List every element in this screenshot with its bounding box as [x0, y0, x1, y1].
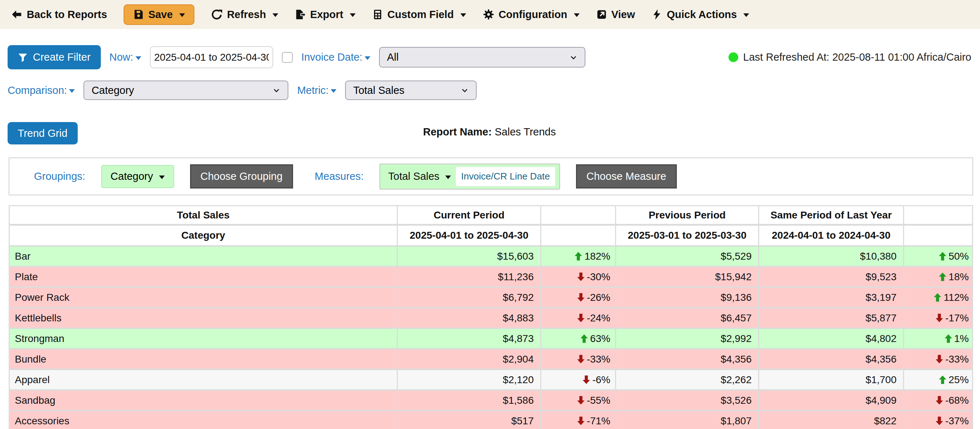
choose-grouping-button[interactable]: Choose Grouping — [190, 164, 293, 189]
comparison-caret-icon — [69, 89, 75, 93]
funnel-icon — [18, 52, 28, 62]
invoice-date-caret-icon — [364, 56, 371, 60]
down-arrow-icon — [576, 272, 586, 282]
invoice-date-select[interactable]: All — [379, 47, 585, 68]
measure-date-field-tag[interactable]: Invoice/CR Line Date — [455, 167, 556, 187]
change-vs-ly-cell: -68% — [904, 391, 973, 411]
choose-measure-button[interactable]: Choose Measure — [576, 164, 677, 189]
previous-value-cell: $1,807 — [616, 411, 759, 429]
custom-field-caret-icon — [460, 13, 466, 17]
current-value-cell: $1,586 — [398, 391, 541, 411]
previous-period-header: Previous Period — [616, 205, 759, 226]
table-row: Bar $15,603 182% $5,529 $10,380 50% — [9, 247, 973, 267]
gear-icon — [483, 9, 494, 20]
previous-value-cell: $15,942 — [616, 267, 759, 288]
change-vs-ly-cell: 112% — [904, 288, 973, 308]
up-arrow-icon — [943, 334, 953, 343]
current-value-cell: $6,792 — [398, 288, 541, 308]
category-cell: Power Rack — [9, 288, 398, 308]
change-vs-ly-cell: 18% — [904, 267, 973, 288]
down-arrow-icon — [576, 396, 586, 405]
last-refreshed-status: Last Refreshed At: 2025-08-11 01:00 Afri… — [729, 51, 971, 63]
same-period-value-cell: $1,700 — [759, 370, 904, 391]
up-arrow-icon — [573, 251, 583, 261]
change-vs-previous-cell: 182% — [541, 247, 616, 267]
refresh-icon — [211, 9, 223, 20]
table-row: Strongman $4,873 63% $2,992 $4,802 1% — [9, 329, 973, 350]
invoice-date-dropdown[interactable]: Invoice Date: — [301, 51, 371, 63]
configuration-caret-icon — [574, 13, 580, 17]
metric-dropdown[interactable]: Metric: — [297, 84, 336, 97]
table-header-row-2: Category 2025-04-01 to 2025-04-30 2025-0… — [9, 226, 973, 247]
current-value-cell: $517 — [398, 411, 541, 429]
same-period-value-cell: $4,356 — [759, 350, 904, 370]
external-link-icon — [596, 9, 607, 20]
table-row: Bundle $2,904 -33% $4,356 $4,356 -33% — [9, 350, 973, 370]
change-vs-previous-cell: -55% — [541, 391, 616, 411]
down-arrow-icon — [934, 416, 944, 426]
configuration-button[interactable]: Configuration — [483, 9, 580, 21]
table-row: Plate $11,236 -30% $15,942 $9,523 18% — [9, 267, 973, 288]
change-vs-ly-cell: -33% — [904, 350, 973, 370]
change-vs-ly-cell: -17% — [904, 308, 973, 329]
custom-field-button[interactable]: Custom Field — [372, 9, 466, 21]
table-body: Bar $15,603 182% $5,529 $10,380 50% Plat… — [9, 247, 973, 429]
back-to-reports-button[interactable]: Back to Reports — [11, 9, 107, 21]
down-arrow-icon — [576, 313, 586, 323]
export-icon — [295, 9, 306, 20]
table-row: Power Rack $6,792 -26% $9,136 $3,197 112… — [9, 288, 973, 308]
change-vs-previous-cell: -24% — [541, 308, 616, 329]
up-arrow-icon — [938, 272, 948, 282]
grouping-category-button[interactable]: Category — [101, 165, 174, 188]
groupings-panel: Groupings: Category Choose Grouping Meas… — [9, 157, 973, 195]
now-dropdown[interactable]: Now: — [110, 51, 141, 63]
save-icon — [133, 9, 144, 20]
same-period-value-cell: $10,380 — [759, 247, 904, 267]
change-vs-previous-cell: -71% — [541, 411, 616, 429]
same-period-header: Same Period of Last Year — [759, 205, 904, 226]
measure-total-sales-button[interactable]: Total Sales Invoice/CR Line Date — [379, 164, 560, 189]
chevron-down-icon — [460, 86, 469, 95]
quick-actions-button[interactable]: Quick Actions — [652, 9, 749, 21]
trend-grid-button[interactable]: Trend Grid — [8, 122, 78, 145]
comparison-select[interactable]: Category — [83, 81, 288, 100]
metric-select[interactable]: Total Sales — [345, 81, 477, 100]
same-period-value-cell: $822 — [759, 411, 904, 429]
down-arrow-icon — [934, 396, 944, 405]
same-period-value-cell: $9,523 — [759, 267, 904, 288]
previous-value-cell: $9,136 — [616, 288, 759, 308]
down-arrow-icon — [934, 313, 944, 323]
refresh-caret-icon — [272, 13, 278, 17]
same-period-value-cell: $4,802 — [759, 329, 904, 350]
invoice-date-checkbox[interactable] — [282, 52, 293, 63]
export-button[interactable]: Export — [295, 9, 356, 21]
quick-actions-caret-icon — [743, 13, 749, 17]
down-arrow-icon — [576, 416, 586, 426]
previous-range-header: 2025-03-01 to 2025-03-30 — [616, 226, 759, 247]
comparison-dropdown[interactable]: Comparison: — [8, 84, 75, 97]
change-vs-previous-header — [541, 205, 616, 226]
change-vs-previous-cell: -30% — [541, 267, 616, 288]
save-button[interactable]: Save — [124, 4, 194, 25]
previous-value-cell: $4,356 — [616, 350, 759, 370]
date-range-input[interactable] — [150, 46, 273, 68]
table-row: Kettlebells $4,883 -24% $6,457 $5,877 -1… — [9, 308, 973, 329]
grouping-caret-icon — [159, 175, 165, 179]
current-value-cell: $4,883 — [398, 308, 541, 329]
refresh-button[interactable]: Refresh — [211, 9, 278, 21]
change-vs-previous-cell: -26% — [541, 288, 616, 308]
down-arrow-icon — [581, 375, 591, 385]
current-value-cell: $11,236 — [398, 267, 541, 288]
view-button[interactable]: View — [596, 9, 635, 21]
current-value-cell: $2,120 — [398, 370, 541, 391]
previous-value-cell: $6,457 — [616, 308, 759, 329]
down-arrow-icon — [934, 354, 944, 364]
measure-caret-icon — [445, 175, 451, 179]
change-vs-previous-cell: -33% — [541, 350, 616, 370]
down-arrow-icon — [576, 292, 586, 302]
export-caret-icon — [350, 13, 356, 17]
table-row: Sandbag $1,586 -55% $3,526 $4,909 -68% — [9, 391, 973, 411]
create-filter-button[interactable]: Create Filter — [8, 45, 101, 69]
top-toolbar: Back to Reports Save Refresh Export Cust… — [0, 0, 980, 29]
category-cell: Kettlebells — [9, 308, 398, 329]
